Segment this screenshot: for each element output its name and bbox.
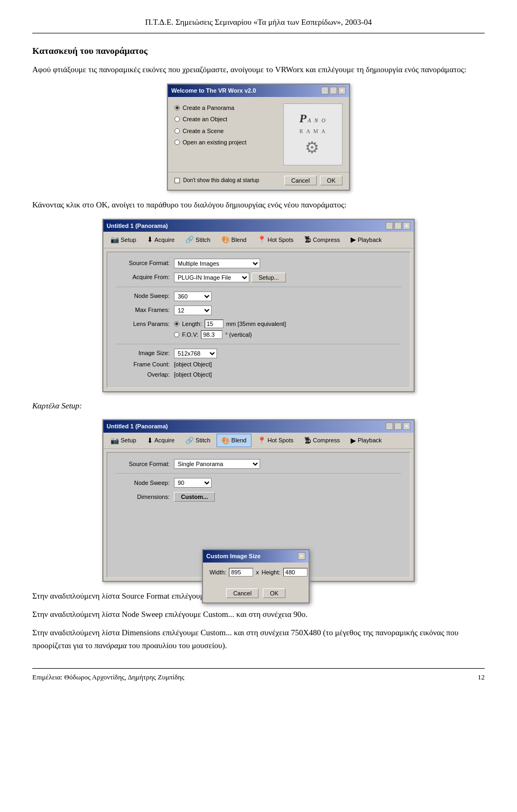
radio-fov[interactable] bbox=[174, 332, 179, 337]
paragraph5: Στην αναδιπλούμενη λίστα Dimensions επιλ… bbox=[32, 626, 485, 652]
acquire-from-row: Acquire From: PLUG-IN Image File Setup..… bbox=[116, 273, 401, 282]
custom-size-title: Custom Image Size bbox=[206, 552, 261, 561]
vrworx-dialog-body: Create a Panorama Create an Object Creat… bbox=[168, 97, 349, 172]
pano2-toolbar-blend[interactable]: 🎨 Blend bbox=[216, 434, 251, 448]
pano2-node-sweep-label: Node Sweep: bbox=[116, 478, 170, 488]
hotspots-label: Hot Spots bbox=[268, 235, 294, 245]
height-input[interactable] bbox=[283, 568, 308, 577]
ok-button[interactable]: OK bbox=[320, 176, 343, 185]
width-input[interactable] bbox=[229, 568, 253, 577]
option-open-project[interactable]: Open an existing project bbox=[174, 138, 278, 147]
pano2-blend-label: Blend bbox=[232, 436, 247, 445]
source-format-select[interactable]: Multiple Images bbox=[174, 259, 260, 268]
acquire-from-select[interactable]: PLUG-IN Image File bbox=[174, 273, 249, 282]
paragraph2-text: Κάνοντας κλικ στο ΟΚ, ανοίγει το παράθυρ… bbox=[32, 200, 346, 209]
acquire-from-label: Acquire From: bbox=[116, 273, 170, 282]
setup-btn[interactable]: Setup... bbox=[251, 273, 286, 282]
option-open-project-label: Open an existing project bbox=[183, 138, 247, 147]
separator1 bbox=[116, 287, 401, 287]
dont-show-checkbox[interactable] bbox=[174, 178, 180, 183]
pano2-dimensions-btn[interactable]: Custom... bbox=[174, 492, 215, 502]
frame-count-label: Frame Count: bbox=[116, 360, 170, 369]
pano2-toolbar-compress[interactable]: 🗜 Compress bbox=[299, 434, 345, 448]
toolbar-hotspots[interactable]: 📍 Hot Spots bbox=[253, 233, 298, 247]
footer-left: Επιμέλεια: Θόδωρος Αρχοντίδης, Δημήτρης … bbox=[32, 672, 184, 683]
pano2-hotspots-icon: 📍 bbox=[257, 435, 266, 446]
radio-create-object[interactable] bbox=[174, 116, 180, 122]
pano2-stitch-icon: 🔗 bbox=[185, 435, 194, 446]
option-create-scene[interactable]: Create a Scene bbox=[174, 127, 278, 136]
panorama-logo-subtext: R A M A bbox=[299, 127, 326, 135]
lens-length-row: Length: mm [35mm equivalent] bbox=[174, 320, 286, 329]
source-format-label: Source Format: bbox=[116, 259, 170, 268]
custom-size-titlebar: Custom Image Size × bbox=[203, 550, 309, 563]
custom-size-close-button[interactable]: × bbox=[298, 552, 305, 560]
fov-input[interactable] bbox=[201, 330, 222, 339]
option-create-panorama[interactable]: Create a Panorama bbox=[174, 103, 278, 113]
acquire-label: Acquire bbox=[155, 235, 174, 245]
pano2-toolbar: 📷 Setup ⬇ Acquire 🔗 Stitch 🎨 Blend 📍 bbox=[103, 433, 414, 449]
toolbar-setup[interactable]: 📷 Setup bbox=[106, 233, 141, 247]
radio-length[interactable] bbox=[174, 321, 179, 327]
close-button[interactable]: × bbox=[338, 87, 346, 94]
pano1-toolbar: 📷 Setup ⬇ Acquire 🔗 Stitch 🎨 Blend 📍 Hot… bbox=[103, 232, 414, 248]
max-frames-row: Max Frames: 12 bbox=[116, 306, 401, 315]
radio-open-project[interactable] bbox=[174, 140, 180, 145]
pano-dialog2-container: Untitled 1 (Panorama) _ □ × 📷 Setup ⬇ Ac… bbox=[32, 419, 485, 582]
lens-params-label: Lens Params: bbox=[116, 320, 170, 329]
pano2-toolbar-stitch[interactable]: 🔗 Stitch bbox=[180, 434, 215, 448]
toolbar-compress[interactable]: 🗜 Compress bbox=[299, 233, 345, 247]
pano2-source-format-select[interactable]: Single Panorama bbox=[174, 459, 260, 469]
pano2-toolbar-setup[interactable]: 📷 Setup bbox=[106, 434, 141, 448]
node-sweep-select[interactable]: 360 bbox=[174, 292, 212, 301]
minimize-button[interactable]: _ bbox=[321, 87, 329, 94]
pano2-maximize-button[interactable]: □ bbox=[394, 422, 402, 430]
cancel-button[interactable]: Cancel bbox=[284, 176, 317, 185]
vrworx-titlebar: Welcome to The VR Worx v2.0 _ □ × bbox=[168, 85, 349, 97]
pano2-separator1 bbox=[116, 473, 401, 474]
panorama-logo: PA N O R A M A ⚙ bbox=[294, 104, 332, 165]
pano2-node-sweep-row: Node Sweep: 90 bbox=[116, 478, 401, 488]
pano1-close-button[interactable]: × bbox=[403, 222, 410, 230]
pano2-toolbar-playback[interactable]: ▶ Playback bbox=[346, 434, 387, 448]
node-sweep-control: 360 bbox=[174, 292, 212, 301]
pano2-toolbar-acquire[interactable]: ⬇ Acquire bbox=[142, 434, 179, 448]
image-size-select[interactable]: 512x768 bbox=[174, 349, 217, 358]
panorama-logo-text: PA N O bbox=[299, 109, 326, 127]
panorama-logo-wheel: ⚙ bbox=[299, 135, 326, 159]
pano2-setup-label: Setup bbox=[121, 436, 136, 445]
blend-label: Blend bbox=[232, 235, 247, 245]
pano2-minimize-button[interactable]: _ bbox=[386, 422, 393, 430]
maximize-button[interactable]: □ bbox=[330, 87, 337, 94]
custom-ok-button[interactable]: OK bbox=[263, 588, 285, 598]
toolbar-playback[interactable]: ▶ Playback bbox=[346, 233, 387, 247]
fov-unit: ° (vertical) bbox=[225, 330, 252, 339]
max-frames-select[interactable]: 12 bbox=[174, 306, 212, 315]
pano2-close-button[interactable]: × bbox=[403, 422, 410, 430]
pano1-titlebar-buttons: _ □ × bbox=[386, 222, 410, 230]
vrworx-title: Welcome to The VR Worx v2.0 bbox=[171, 86, 256, 95]
pano2-source-format-label: Source Format: bbox=[116, 460, 170, 469]
option-create-object[interactable]: Create an Object bbox=[174, 115, 278, 124]
playback-label: Playback bbox=[358, 235, 382, 245]
toolbar-acquire[interactable]: ⬇ Acquire bbox=[142, 233, 179, 247]
pano2-node-sweep-control: 90 bbox=[174, 478, 212, 488]
radio-create-panorama[interactable] bbox=[174, 105, 180, 110]
toolbar-stitch[interactable]: 🔗 Stitch bbox=[180, 233, 215, 247]
pano2-source-format-control: Single Panorama bbox=[174, 459, 260, 469]
pano2-toolbar-hotspots[interactable]: 📍 Hot Spots bbox=[253, 434, 298, 448]
page-header: Π.Τ.Δ.Ε. Σημειώσεις Σεμιναρίου «Τα μήλα … bbox=[32, 16, 485, 33]
custom-cancel-button[interactable]: Cancel bbox=[226, 588, 258, 598]
x-label: x bbox=[256, 568, 259, 577]
pano1-minimize-button[interactable]: _ bbox=[386, 222, 393, 230]
height-label: Height: bbox=[262, 568, 281, 577]
pano-dialog1-container: Untitled 1 (Panorama) _ □ × 📷 Setup ⬇ Ac… bbox=[32, 219, 485, 392]
radio-create-scene[interactable] bbox=[174, 128, 180, 134]
toolbar-blend[interactable]: 🎨 Blend bbox=[216, 233, 251, 247]
pano2-dimensions-row: Dimensions: Custom... bbox=[116, 492, 401, 502]
node-sweep-label: Node Sweep: bbox=[116, 292, 170, 301]
pano1-maximize-button[interactable]: □ bbox=[394, 222, 402, 230]
pano2-node-sweep-select[interactable]: 90 bbox=[174, 478, 212, 488]
length-input[interactable] bbox=[205, 320, 223, 328]
lens-fov-row: F.O.V: ° (vertical) bbox=[174, 330, 286, 339]
